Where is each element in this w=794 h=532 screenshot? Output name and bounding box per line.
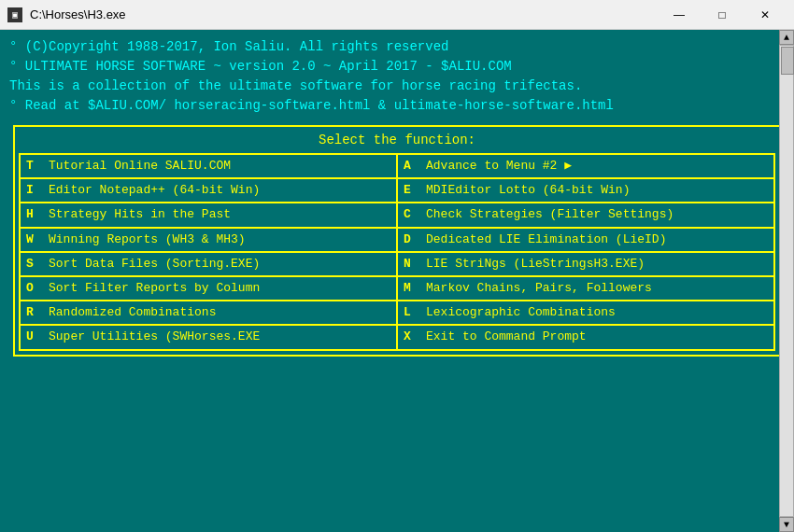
- title-bar: ▣ C:\Horses\H3.exe — □ ✕: [0, 0, 794, 30]
- menu-label-U: Super Utilities (SWHorses.EXE: [49, 329, 260, 345]
- menu-key-S: S: [26, 256, 43, 273]
- menu-item-W[interactable]: W Winning Reports (WH3 & MH3): [20, 228, 397, 252]
- menu-label-L: Lexicographic Combinations: [426, 304, 616, 321]
- scrollbar[interactable]: ▲ ▼: [779, 30, 794, 532]
- menu-box: Select the function: T Tutorial Online S…: [13, 125, 781, 357]
- menu-label-C: Check Strategies (Filter Settings): [426, 206, 673, 223]
- main-window: ▣ C:\Horses\H3.exe — □ ✕ ° (C)Copyright …: [0, 0, 794, 532]
- menu-label-A: Advance to Menu #2 ▶: [426, 158, 572, 175]
- menu-key-O: O: [26, 280, 43, 297]
- menu-item-H[interactable]: H Strategy Hits in the Past: [20, 203, 397, 227]
- menu-item-U[interactable]: U Super Utilities (SWHorses.EXE: [20, 325, 397, 349]
- menu-label-W: Winning Reports (WH3 & MH3): [49, 231, 246, 248]
- close-button[interactable]: ✕: [744, 0, 787, 30]
- menu-item-A[interactable]: A Advance to Menu #2 ▶: [397, 154, 774, 178]
- menu-key-E: E: [404, 182, 420, 199]
- menu-item-D[interactable]: D Dedicated LIE Elimination (LieID): [397, 228, 774, 252]
- menu-item-E[interactable]: E MDIEditor Lotto (64-bit Win): [397, 178, 774, 203]
- menu-key-M: M: [404, 280, 420, 297]
- menu-label-H: Strategy Hits in the Past: [49, 206, 231, 223]
- menu-item-T[interactable]: T Tutorial Online SALIU.COM: [20, 154, 397, 178]
- menu-label-M: Markov Chains, Pairs, Followers: [426, 280, 652, 297]
- window-controls: — □ ✕: [658, 0, 787, 30]
- menu-title: Select the function:: [19, 131, 775, 149]
- terminal-area: ° (C)Copyright 1988-2017, Ion Saliu. All…: [0, 30, 794, 532]
- menu-label-E: MDIEditor Lotto (64-bit Win): [426, 182, 630, 199]
- menu-key-H: H: [26, 206, 43, 223]
- header-text-1: ° (C)Copyright 1988-2017, Ion Saliu. All…: [9, 37, 448, 57]
- menu-key-R: R: [26, 304, 43, 321]
- menu-key-L: L: [404, 304, 420, 321]
- menu-key-X: X: [404, 329, 420, 345]
- menu-key-U: U: [26, 329, 43, 345]
- menu-key-C: C: [404, 206, 420, 223]
- minimize-button[interactable]: —: [658, 0, 701, 30]
- menu-key-I: I: [26, 182, 43, 199]
- header-text-3: This is a collection of the ultimate sof…: [9, 77, 582, 96]
- header-text-2: ° ULTIMATE HORSE SOFTWARE ~ version 2.0 …: [9, 57, 512, 77]
- menu-label-I: Editor Notepad++ (64-bit Win): [49, 182, 260, 199]
- menu-item-X[interactable]: X Exit to Command Prompt: [397, 325, 774, 349]
- menu-key-A: A: [404, 158, 420, 175]
- menu-item-O[interactable]: O Sort Filter Reports by Column: [20, 276, 397, 301]
- menu-label-X: Exit to Command Prompt: [426, 329, 587, 345]
- menu-label-D: Dedicated LIE Elimination (LieID): [426, 231, 666, 248]
- header-line-3: This is a collection of the ultimate sof…: [9, 77, 785, 96]
- menu-item-R[interactable]: R Randomized Combinations: [20, 301, 397, 325]
- menu-grid: T Tutorial Online SALIU.COM A Advance to…: [19, 153, 775, 351]
- menu-label-T: Tutorial Online SALIU.COM: [49, 158, 231, 175]
- menu-label-S: Sort Data Files (Sorting.EXE): [49, 256, 260, 273]
- menu-item-I[interactable]: I Editor Notepad++ (64-bit Win): [20, 178, 397, 203]
- menu-item-S[interactable]: S Sort Data Files (Sorting.EXE): [20, 252, 397, 276]
- header-line-2: ° ULTIMATE HORSE SOFTWARE ~ version 2.0 …: [9, 57, 785, 77]
- menu-item-M[interactable]: M Markov Chains, Pairs, Followers: [397, 276, 774, 301]
- scroll-up-arrow[interactable]: ▲: [779, 30, 794, 45]
- menu-item-L[interactable]: L Lexicographic Combinations: [397, 301, 774, 325]
- menu-key-T: T: [26, 158, 43, 175]
- header-text-4: ° Read at $ALIU.COM/ horseracing-softwar…: [9, 96, 614, 116]
- menu-key-W: W: [26, 231, 43, 248]
- window-title: C:\Horses\H3.exe: [30, 7, 658, 21]
- menu-label-O: Sort Filter Reports by Column: [49, 280, 260, 297]
- header-line-1: ° (C)Copyright 1988-2017, Ion Saliu. All…: [9, 37, 785, 57]
- header-line-4: ° Read at $ALIU.COM/ horseracing-softwar…: [9, 96, 785, 116]
- scroll-thumb[interactable]: [781, 47, 794, 75]
- menu-item-N[interactable]: N LIE StriNgs (LieStringsH3.EXE): [397, 252, 774, 276]
- menu-item-C[interactable]: C Check Strategies (Filter Settings): [397, 203, 774, 227]
- menu-label-R: Randomized Combinations: [49, 304, 216, 321]
- menu-label-N: LIE StriNgs (LieStringsH3.EXE): [426, 256, 645, 273]
- menu-key-N: N: [404, 256, 420, 273]
- scroll-track[interactable]: [779, 45, 794, 517]
- menu-key-D: D: [404, 231, 420, 248]
- terminal-header: ° (C)Copyright 1988-2017, Ion Saliu. All…: [9, 37, 785, 116]
- scroll-down-arrow[interactable]: ▼: [779, 517, 794, 532]
- maximize-button[interactable]: □: [701, 0, 744, 30]
- app-icon: ▣: [7, 7, 22, 22]
